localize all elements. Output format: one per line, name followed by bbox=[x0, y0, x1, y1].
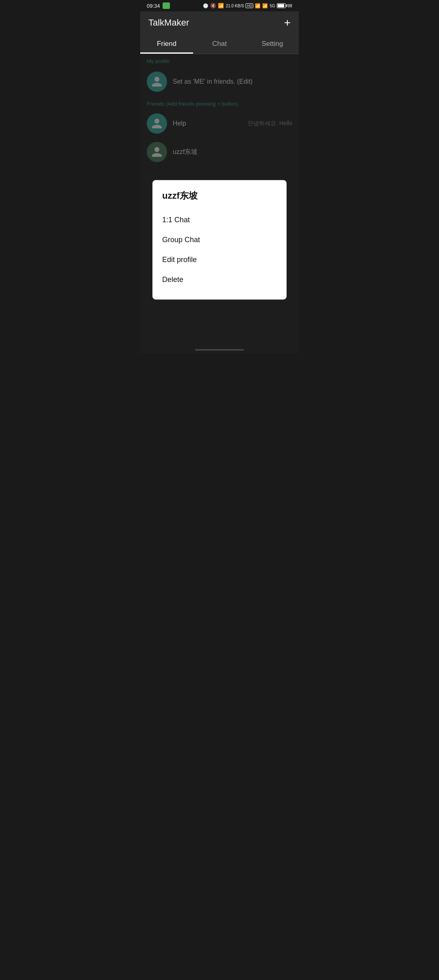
notification-icon bbox=[163, 2, 170, 9]
battery-icon bbox=[277, 3, 286, 8]
status-bar: 09:34 🕐 🔇 📶 21.0 KB/S HD 📶 📶 5G 98 bbox=[140, 0, 299, 11]
alarm-icon: 🕐 bbox=[203, 3, 209, 9]
app-header: TalkMaker + bbox=[140, 11, 299, 34]
signal-icon: 📶 bbox=[262, 3, 268, 9]
dialog-title: uzzf东坡 bbox=[162, 190, 277, 202]
data-speed: 21.0 KB/S bbox=[226, 4, 244, 8]
tab-chat[interactable]: Chat bbox=[193, 34, 246, 54]
tab-friend[interactable]: Friend bbox=[140, 34, 193, 54]
hd-badge: HD bbox=[246, 3, 253, 8]
tab-setting[interactable]: Setting bbox=[246, 34, 299, 54]
bluetooth-icon: 📶 bbox=[218, 3, 224, 9]
battery-level: 98 bbox=[287, 3, 292, 8]
dialog-item-edit-profile[interactable]: Edit profile bbox=[162, 250, 277, 270]
add-button[interactable]: + bbox=[284, 17, 291, 28]
mute-icon: 🔇 bbox=[210, 3, 216, 9]
status-right: 🕐 🔇 📶 21.0 KB/S HD 📶 📶 5G 98 bbox=[203, 3, 292, 9]
tabs-bar: Friend Chat Setting bbox=[140, 34, 299, 54]
wifi-icon: 📶 bbox=[255, 3, 261, 9]
app-title: TalkMaker bbox=[148, 17, 189, 28]
time-display: 09:34 bbox=[147, 3, 160, 9]
dialog-item-group-chat[interactable]: Group Chat bbox=[162, 230, 277, 250]
context-menu-dialog: uzzf东坡 1:1 Chat Group Chat Edit profile … bbox=[152, 180, 287, 299]
status-left: 09:34 bbox=[147, 2, 170, 9]
5g-icon: 5G bbox=[269, 4, 275, 8]
dialog-item-delete[interactable]: Delete bbox=[162, 270, 277, 290]
dialog-item-1-1-chat[interactable]: 1:1 Chat bbox=[162, 210, 277, 230]
main-content: My profile Set as 'ME' in friends. (Edit… bbox=[140, 54, 299, 353]
